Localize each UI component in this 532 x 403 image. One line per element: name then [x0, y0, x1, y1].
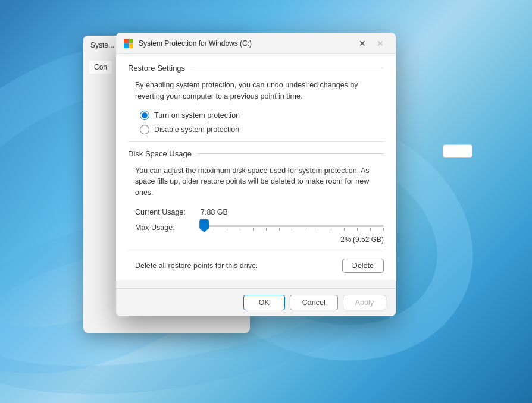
- radio-turn-on-input[interactable]: [140, 111, 149, 120]
- windows-icon-blue: [124, 43, 129, 48]
- restore-settings-divider: [191, 68, 384, 68]
- dialog-close-button-2[interactable]: ✕: [372, 35, 389, 52]
- restore-settings-header: Restore Settings: [128, 64, 384, 73]
- bg-window-tab: Con: [89, 61, 112, 74]
- current-usage-value: 7.88 GB: [201, 208, 228, 216]
- radio-turn-on[interactable]: Turn on system protection: [140, 111, 384, 120]
- ok-button[interactable]: OK: [243, 295, 285, 310]
- dialog-titlebar: System Protection for Windows (C:) ✕ ✕: [116, 33, 396, 54]
- slider-track: [201, 225, 384, 227]
- bg-window-right-btn: [443, 144, 472, 158]
- current-usage-row: Current Usage: 7.88 GB: [128, 208, 384, 216]
- disk-space-header: Disk Space Usage: [128, 149, 384, 158]
- radio-disable-label: Disable system protection: [154, 125, 239, 134]
- dialog-footer: OK Cancel Apply: [116, 289, 396, 316]
- system-protection-dialog: System Protection for Windows (C:) ✕ ✕ R…: [116, 33, 396, 316]
- dialog-close-button[interactable]: ✕: [354, 35, 371, 52]
- dialog-title-text: System Protection for Windows (C:): [139, 39, 354, 48]
- disk-space-label: Disk Space Usage: [128, 149, 192, 158]
- radio-turn-on-label: Turn on system protection: [154, 111, 240, 119]
- bg-window-title: Syste...: [90, 41, 114, 49]
- disk-space-description: You can adjust the maximum disk space us…: [128, 165, 384, 199]
- slider-ticks: [201, 228, 384, 231]
- radio-disable-input[interactable]: [140, 125, 149, 134]
- windows-icon-yellow: [129, 43, 134, 48]
- radio-disable[interactable]: Disable system protection: [140, 125, 384, 134]
- disk-space-section: Disk Space Usage You can adjust the maxi…: [128, 149, 384, 273]
- windows-icon-red: [124, 39, 129, 43]
- restore-settings-description: By enabling system protection, you can u…: [128, 80, 384, 102]
- delete-button[interactable]: Delete: [342, 259, 384, 273]
- disk-space-divider: [198, 153, 384, 154]
- slider-percent-display: 2% (9.52 GB): [128, 235, 384, 244]
- windows-logo-icon: [124, 39, 133, 48]
- section-divider: [128, 141, 384, 142]
- cancel-button[interactable]: Cancel: [290, 295, 338, 310]
- max-usage-label: Max Usage:: [135, 223, 201, 232]
- windows-icon-green: [129, 39, 134, 43]
- apply-button[interactable]: Apply: [343, 295, 386, 310]
- delete-divider: [128, 251, 384, 251]
- restore-settings-label: Restore Settings: [128, 64, 185, 73]
- delete-row: Delete all restore points for this drive…: [128, 259, 384, 273]
- dialog-body: Restore Settings By enabling system prot…: [116, 54, 396, 280]
- max-usage-row: Max Usage:: [128, 223, 384, 232]
- delete-description: Delete all restore points for this drive…: [135, 262, 258, 270]
- dialog-icon: [123, 38, 134, 49]
- radio-group-protection: Turn on system protection Disable system…: [128, 111, 384, 134]
- slider-container: [201, 225, 384, 231]
- current-usage-label: Current Usage:: [135, 208, 201, 216]
